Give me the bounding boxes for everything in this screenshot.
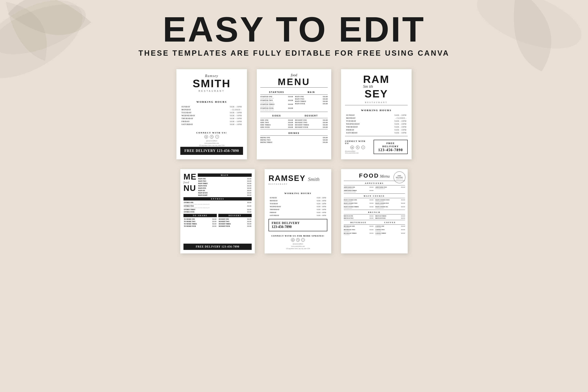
list-item: APPETIZER ONELorem ipsum dolor sit$10.00 (344, 186, 374, 190)
t6-main-course-items: MAIN COURSE ONELorem ipsum dolor$10.00 M… (344, 199, 405, 209)
bottom-templates-row: ME food NU MAIN MAIN ONE$10.00 MAIN TWO$… (180, 169, 408, 254)
table-row: TUESDAY9AM - 10PM (269, 202, 327, 205)
t4-me: ME (184, 173, 196, 181)
table-row: SATURDAY9AM - 10PM (345, 132, 407, 134)
t6-badge: FREEDELIVERYanywhere 41734 (394, 172, 405, 183)
t3-website: www.yourwebsite.com (345, 152, 370, 154)
t6-appetizers-items: APPETIZER ONELorem ipsum dolor sit$10.00… (344, 186, 405, 193)
list-item: DESSERT ONE$10.00 (218, 218, 252, 220)
list-item: DESSERT THREE$10.00 (295, 124, 328, 126)
t2-starters-mains: STARTERS MAIN STARTER ONELorem ipsum dol… (260, 90, 328, 113)
template-smith-restaurant[interactable]: Ramsey SMITH RESTAURANT WORKING HOURS SU… (176, 69, 247, 159)
list-item: ENTREE ONE$10.00 (184, 201, 252, 204)
list-item: MAIN ONE$10.00 (198, 178, 252, 180)
list-item: STARTER FOURLorem ipsum dolor sit$10.00 (260, 107, 293, 111)
t2-sides-dessert-headers: SIDES DESSERT (260, 114, 328, 117)
list-item: TO SHARE TWO$10.00 (184, 220, 217, 223)
template-food-menu-detailed[interactable]: FREEDELIVERYanywhere 41734 FOOD Menu APP… (341, 169, 408, 254)
list-item: DESSERT TWO$10.00 (218, 220, 252, 223)
t2-mains-col: MAIN ONE$10.00 MAIN TWO$10.00 MAIN THREE… (295, 96, 328, 111)
t5-hours-table: SUNDAY9AM - 10PM MONDAY9AM - 10PM TUESDA… (268, 196, 327, 217)
t6-food-text: FOOD (359, 172, 379, 179)
list-item: ENTREE FOUR$10.00 (184, 211, 252, 213)
list-item: ENTREE TWO$10.00 (184, 205, 252, 207)
list-item: DESSERT TWO$10.00 (295, 121, 328, 124)
t4-main-col: MAIN MAIN ONE$10.00 MAIN TWO$10.00 MAIN … (198, 173, 252, 196)
t6-divider-6 (344, 214, 405, 214)
t3-delivery-box: FREE DELIVERY 123-456-7890 (374, 140, 408, 154)
list-item: SIDE THREE$10.00 (260, 124, 293, 126)
table-row: SUNDAY9AM - 10PM (269, 196, 327, 199)
table-row: THURSDAY9AM - 10PM (269, 208, 327, 211)
table-row: MONDAY- CLOSED - (181, 108, 243, 111)
t3-divider-2 (345, 136, 408, 136)
template-food-menu[interactable]: food MENU STARTERS MAIN STARTER ONELorem… (257, 69, 331, 159)
table-row: FRIDAY9AM - 10PM (345, 128, 407, 131)
t2-drinks-section: DRINKS DRINK ONE$10.00 DRINK TWO$10.00 D… (260, 131, 328, 144)
table-row: FRIDAY9AM - 10PM (269, 211, 327, 214)
list-item: MAIN TWO$10.00 (198, 180, 252, 182)
list-item: STARTER TWOLorem ipsum dolor sit$10.00 (260, 99, 293, 103)
list-item: SIDE ONE$10.00 (260, 119, 293, 121)
t2-desserts-col: DESSERT ONE$10.00 DESSERT TWO$10.00 DESS… (295, 119, 328, 128)
template-ramsey[interactable]: RAM Sm ith SEY RESTAURANT WORKING HOURS … (341, 69, 412, 159)
table-row: SUNDAY9AM - 10PM (345, 114, 407, 116)
list-item: MAIN FOUR$10.00 (198, 185, 252, 187)
list-item: DRINK TWO$10.00 (260, 139, 328, 141)
t3-brand: RAM Sm ith SEY (363, 74, 390, 99)
list-item: MAIN COURSE FIVELorem ipsum dolor$10.00 (375, 202, 405, 206)
table-row: THURSDAY9AM - 10PM (345, 126, 407, 128)
t2-divider-4 (260, 118, 328, 118)
list-item: APPETIZER TWOLorem ipsum dolor sit$10.00 (375, 186, 405, 190)
list-item: BRUNCH ONE$10.00 (344, 215, 374, 217)
table-row: SATURDAY9AM - 10PM (181, 123, 243, 126)
t5-connect-title: CONNECT WITH US FOR MORE UPDATES! (268, 235, 327, 237)
header-section: EASY TO EDIT THESE TEMPLATES ARE FULLY E… (138, 12, 450, 58)
list-item: DESSERT THREE$10.00 (218, 223, 252, 225)
list-item: DRINK THREE$10.00 (260, 141, 328, 144)
template-ramsey-smith-hours[interactable]: RAMSEY Smith RESTAURANT WORKING HOURS SU… (264, 169, 331, 254)
table-row: WEDNESDAY9AM - 10PM (269, 205, 327, 208)
t1-street-address: 123 anywhere street, any city, state 123… (199, 144, 224, 147)
t6-divider-4 (344, 198, 405, 198)
table-row: MONDAY9AM - 10PM (269, 199, 327, 202)
t5-hours-title: WORKING HOURS (268, 192, 327, 194)
t3-restaurant-label: RESTAURANT (365, 101, 388, 104)
t6-divider-3 (344, 194, 405, 194)
table-row: WEDNESDAY9AM - 10PM (181, 114, 243, 117)
t3-hours-table: SUNDAY9AM - 10PM MONDAY- CLOSED - TUESDA… (345, 114, 408, 134)
list-item: BRUNCH TWO$10.00 (344, 217, 374, 219)
list-item: DESSERT ONE$10.00 (295, 119, 328, 121)
list-item: MAIN COURSE TWOLorem ipsum dolor$10.00 (344, 202, 374, 206)
t5-social-handle: @yoursocialthere (268, 243, 327, 245)
twitter-icon: 𝕏 (210, 135, 214, 138)
t4-entrees-title: ENTREES (184, 197, 252, 200)
list-item: BEVERAGE THREELorem ipsum$10.00 (344, 232, 374, 236)
t4-nu: NU (184, 184, 196, 192)
table-row: FRIDAY9AM - 10PM (181, 120, 243, 123)
t2-header: food MENU (260, 73, 328, 88)
table-row: MONDAY- CLOSED - (345, 117, 407, 119)
t6-brunch-items: BRUNCH ONE$10.00 BRUNCH TWO$10.00 BRUNCH… (344, 215, 405, 219)
t1-hours-title: WORKING HOURS (196, 100, 227, 104)
t3-free-delivery: FREE DELIVERY (378, 142, 403, 148)
list-item: TO SHARE ONE$10.00 (184, 218, 217, 220)
t5-phone: 123-456-7890 (272, 225, 324, 229)
list-item: MAIN COURSE THREELorem ipsum dolor$10.00 (344, 206, 374, 209)
t6-main-course-title: MAIN COURSE (344, 195, 405, 197)
t1-footer: FREE DELIVERY 123-456-7890 (180, 147, 243, 155)
t6-divider-2 (344, 185, 405, 186)
t2-divider-6 (260, 136, 328, 136)
list-item: BEVERAGE TWOLorem ipsum$10.00 (344, 229, 374, 232)
t6-brunch-title: BRUNCH (344, 211, 405, 213)
t6-appetizers-title: APPETIZERS (344, 182, 405, 184)
t4-dessert-col: DESSERT DESSERT ONE$10.00 DESSERT TWO$10… (218, 213, 252, 227)
table-row: THURSDAY9AM - 10PM (181, 117, 243, 120)
list-item: MAIN COURSE FOURLorem ipsum dolor$10.00 (375, 199, 405, 202)
top-templates-row: Ramsey SMITH RESTAURANT WORKING HOURS SU… (176, 69, 412, 159)
t6-coffee-col: COFFEE ONELorem ipsum$10.00 COFFEE TWOLo… (375, 225, 405, 236)
list-item: BRUNCH FOUR$10.00 (375, 217, 405, 219)
list-item: COFFEE THREELorem ipsum$10.00 (375, 232, 405, 236)
template-mefoodnu[interactable]: ME food NU MAIN MAIN ONE$10.00 MAIN TWO$… (180, 169, 255, 254)
t6-brunch-left: BRUNCH ONE$10.00 BRUNCH TWO$10.00 (344, 215, 374, 219)
